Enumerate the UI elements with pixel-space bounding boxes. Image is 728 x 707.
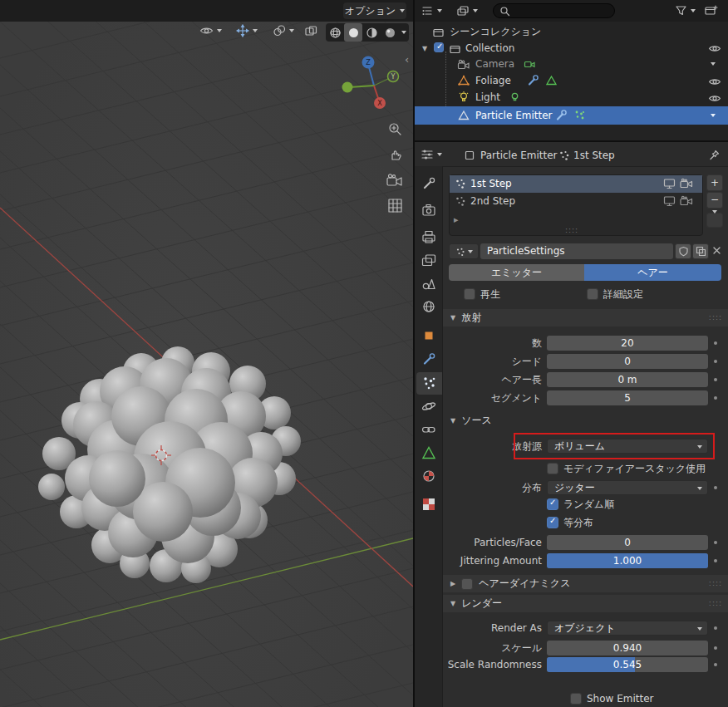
mesh-data-icon[interactable] [545, 74, 558, 86]
outliner-item-light[interactable]: Light [475, 89, 500, 106]
pin-icon[interactable] [708, 149, 721, 161]
render-toggle-camera-icon[interactable] [680, 178, 694, 189]
tab-emitter[interactable]: エミッター [449, 264, 584, 281]
animate-dot[interactable] [714, 663, 717, 666]
options-dropdown[interactable]: オプション [343, 2, 406, 19]
new-collection-button[interactable] [704, 3, 718, 17]
show-emitter-checkbox[interactable] [570, 693, 582, 705]
tab-render[interactable] [418, 199, 440, 221]
render-toggle-camera-icon[interactable] [680, 195, 694, 207]
hide-viewport-eye-icon[interactable] [708, 92, 721, 105]
animate-dot[interactable] [714, 396, 717, 400]
camera-data-icon[interactable] [524, 57, 536, 70]
tab-world[interactable] [418, 296, 440, 317]
panel-grip[interactable]: :::: [709, 309, 722, 326]
particles-face-field[interactable]: 0 [547, 535, 708, 550]
random-order-checkbox[interactable] [547, 498, 558, 510]
advanced-checkbox[interactable] [587, 288, 598, 300]
viewport-3d[interactable]: Z X Y オプション [0, 0, 413, 707]
breadcrumb-object[interactable]: Particle Emitter [480, 150, 557, 161]
duplicate-button[interactable] [692, 243, 709, 259]
regrow-checkbox[interactable] [464, 288, 475, 300]
overlays-dropdown[interactable] [273, 24, 294, 37]
modifier-wrench-icon[interactable] [555, 109, 568, 121]
add-particle-system-button[interactable]: + [706, 174, 723, 191]
tab-constraints[interactable] [418, 419, 440, 440]
animate-dot[interactable] [714, 559, 717, 562]
remove-particle-system-button[interactable]: − [706, 192, 723, 209]
animate-dot[interactable] [714, 626, 717, 630]
particle-specials-button[interactable] [706, 213, 723, 228]
tab-object-data[interactable] [418, 442, 440, 464]
id-type-dropdown[interactable] [449, 243, 479, 259]
camera-row-chevron[interactable] [711, 62, 716, 66]
xray-toggle[interactable] [304, 24, 318, 37]
panel-header-render[interactable]: ▼ レンダー :::: [443, 595, 728, 612]
scale-randomness-slider[interactable]: 0.545 [547, 657, 708, 672]
camera-view-button[interactable] [386, 173, 405, 188]
panel-header-emission[interactable]: ▼ 放射 :::: [443, 309, 728, 326]
list-resize-grip[interactable]: :::: [565, 226, 578, 234]
navigation-gizmo[interactable]: Z X Y [341, 50, 411, 120]
tab-object[interactable] [418, 325, 440, 346]
properties-editor-type-button[interactable] [421, 148, 442, 161]
hair-dynamics-checkbox[interactable] [461, 578, 473, 590]
hide-viewport-eye-icon[interactable] [708, 76, 721, 88]
use-modifier-stack-checkbox[interactable] [547, 463, 558, 474]
panel-header-hair-dynamics[interactable]: ▶ ヘアーダイナミクス :::: [443, 575, 728, 592]
subpanel-header-source[interactable]: ▼ ソース [450, 414, 492, 428]
tab-physics[interactable] [418, 395, 440, 417]
panel-grip[interactable]: :::: [709, 595, 722, 612]
particles-data-icon[interactable] [573, 109, 586, 121]
fake-user-button[interactable] [675, 243, 691, 259]
outliner-item-foliage[interactable]: Foliage [475, 72, 511, 89]
viewport-display-toggle-icon[interactable] [663, 178, 676, 189]
panel-grip[interactable]: :::: [709, 575, 722, 592]
shading-wireframe-button[interactable] [326, 27, 344, 39]
tab-texture[interactable] [418, 493, 440, 515]
outliner-search-input[interactable] [493, 3, 615, 18]
tab-hair[interactable]: ヘアー [584, 264, 721, 281]
disclosure-triangle[interactable]: ▼ [422, 45, 427, 52]
emitter-row-chevron[interactable] [711, 114, 716, 117]
animate-dot[interactable] [714, 646, 717, 650]
outliner-item-particle-emitter[interactable]: Particle Emitter [475, 107, 552, 124]
id-name-field[interactable]: ParticleSettings [480, 243, 673, 259]
particle-system-name[interactable]: 2nd Step [470, 195, 515, 207]
unlink-button[interactable] [711, 245, 722, 256]
zoom-tool[interactable] [387, 121, 404, 138]
hide-viewport-eye-icon[interactable] [708, 42, 721, 55]
list-expander[interactable]: ▸ [454, 214, 459, 225]
shading-rendered-button[interactable] [381, 27, 399, 39]
jittering-amount-slider[interactable]: 1.000 [547, 553, 708, 568]
distribution-dropdown[interactable]: ジッター [547, 480, 708, 495]
particle-system-name[interactable]: 1st Step [470, 178, 512, 189]
outliner-item-camera[interactable]: Camera [475, 56, 514, 72]
modifier-wrench-icon[interactable] [527, 74, 539, 86]
collection-checkbox[interactable] [434, 42, 444, 52]
seed-field[interactable]: 0 [547, 354, 708, 369]
outliner-item-collection[interactable]: Collection [465, 40, 514, 56]
tab-scene[interactable] [418, 272, 440, 294]
animate-dot[interactable] [714, 541, 717, 544]
even-distribution-checkbox[interactable] [547, 517, 558, 528]
object-visibility-dropdown[interactable] [199, 24, 222, 37]
filter-button[interactable] [675, 4, 696, 17]
scale-field[interactable]: 0.940 [547, 641, 708, 655]
number-field[interactable]: 20 [547, 336, 708, 351]
hair-length-field[interactable]: 0 m [547, 372, 708, 387]
shading-dropdown[interactable] [399, 31, 409, 34]
tab-particles-selected[interactable] [416, 372, 442, 395]
animate-dot[interactable] [714, 378, 717, 381]
gizmos-dropdown[interactable] [236, 24, 258, 37]
render-as-dropdown[interactable]: オブジェクト [547, 621, 708, 636]
orthographic-toggle[interactable] [387, 198, 404, 214]
outliner-item-scene-collection[interactable]: シーンコレクション [450, 23, 541, 40]
pan-tool[interactable] [387, 146, 404, 163]
animate-dot[interactable] [714, 486, 717, 489]
animate-dot[interactable] [714, 360, 717, 363]
viewport-display-toggle-icon[interactable] [663, 195, 676, 207]
light-data-icon[interactable] [509, 91, 521, 103]
editor-type-button[interactable] [421, 4, 442, 17]
shading-solid-button[interactable] [344, 23, 362, 42]
